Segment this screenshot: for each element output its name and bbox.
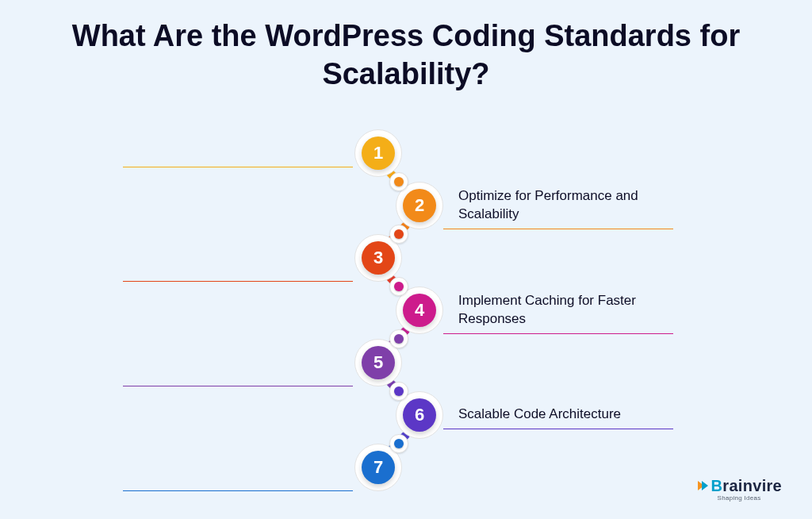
step-6-underline bbox=[443, 429, 673, 429]
connector-dot-3-4 bbox=[389, 277, 408, 296]
connector-dot-6-7 bbox=[389, 434, 408, 453]
step-3-underline bbox=[123, 281, 353, 282]
step-1-bubble: 1 bbox=[354, 129, 402, 177]
connector-dot-1-2 bbox=[389, 172, 408, 191]
brand-logo-icon bbox=[698, 481, 708, 490]
brand-logo-text: Brainvire bbox=[711, 478, 782, 494]
diagram-title: What Are the WordPress Coding Standards … bbox=[0, 17, 812, 93]
diagram-canvas: What Are the WordPress Coding Standards … bbox=[0, 0, 812, 519]
step-2-label: Optimize for Performance and Scalability bbox=[458, 187, 665, 224]
brand-logo: Brainvire Shaping Ideas bbox=[698, 478, 782, 502]
step-4-number: 4 bbox=[403, 294, 436, 327]
connector-dot-4-5 bbox=[389, 329, 408, 348]
step-7-underline bbox=[123, 490, 353, 491]
step-3-number: 3 bbox=[362, 241, 395, 275]
connector-dot-5-6 bbox=[389, 382, 408, 401]
connector-dot-2-3 bbox=[389, 225, 408, 244]
step-1-underline bbox=[123, 167, 353, 167]
step-2-number: 2 bbox=[403, 189, 436, 222]
brand-tagline: Shaping Ideas bbox=[718, 495, 782, 502]
step-5-number: 5 bbox=[362, 346, 395, 379]
step-4-underline bbox=[443, 333, 673, 334]
step-6-number: 6 bbox=[403, 398, 436, 432]
step-7-number: 7 bbox=[362, 451, 395, 484]
step-5-underline bbox=[123, 386, 353, 386]
step-1-number: 1 bbox=[362, 136, 395, 170]
step-6-label: Scalable Code Architecture bbox=[458, 406, 672, 424]
step-2-underline bbox=[443, 229, 673, 229]
step-4-label: Implement Caching for Faster Responses bbox=[458, 292, 672, 329]
